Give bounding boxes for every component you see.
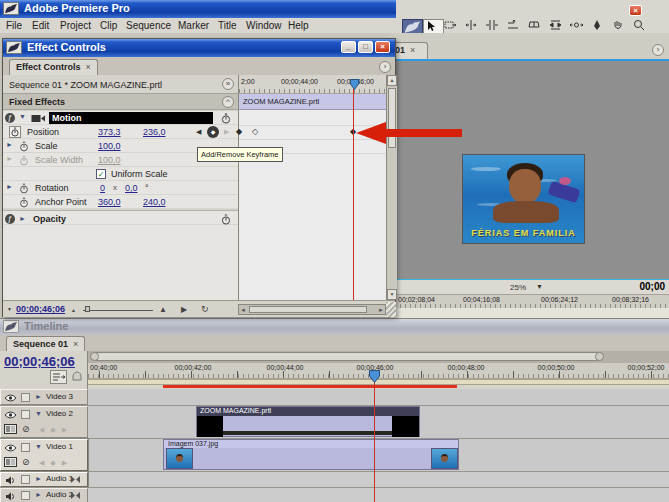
resize-grip[interactable] [386,302,396,317]
expand-track-icon[interactable]: ► [35,393,42,400]
set-marker-icon[interactable] [72,371,82,383]
position-y-value[interactable]: 236,0 [143,127,166,137]
rotation-degrees-value[interactable]: 0,0 [125,183,138,193]
stopwatch-icon[interactable] [221,214,231,225]
audio-display-icon[interactable] [71,492,80,499]
monitor-time-ruler[interactable]: 00;02;08;04 00;04;16;08 00;06;24;12 00;0… [390,294,669,308]
tools-close-button[interactable]: × [629,5,642,16]
effect-enabled-icon[interactable]: ƒ [5,214,15,224]
collapse-track-icon[interactable]: ▼ [35,443,42,450]
scroll-down-icon[interactable]: ▼ [387,289,397,300]
menu-sequence[interactable]: Sequence [126,20,171,31]
marker-menu-icon[interactable]: ▼ [7,306,12,312]
zoom-out-icon[interactable]: ▲ [71,307,76,313]
minimize-button[interactable]: _ [341,41,356,53]
keyframe-diamond[interactable]: ◆ [236,127,242,136]
audio-display-icon[interactable] [71,476,80,483]
menu-window[interactable]: Window [246,20,282,31]
timeline-zoom-scrollbar[interactable] [88,351,669,363]
sync-lock-box[interactable] [21,393,30,402]
anchor-y-value[interactable]: 240,0 [143,197,166,207]
sync-lock-box[interactable] [21,491,30,500]
menu-project[interactable]: Project [60,20,91,31]
sync-lock-box[interactable] [21,410,30,419]
menu-edit[interactable]: Edit [32,20,49,31]
expand-property-icon[interactable]: ► [6,141,13,148]
scroll-right-icon[interactable]: ► [378,307,384,313]
zoom-slider[interactable] [83,310,153,311]
track-lane-audio1[interactable] [88,472,669,487]
expand-track-icon[interactable]: ► [35,491,42,498]
show-hide-timeline-view-button[interactable]: » [222,78,234,90]
effect-controls-panel-menu-button[interactable]: › [379,61,391,73]
scroll-up-icon[interactable]: ▲ [387,75,397,86]
timeline-tab[interactable]: Sequence 01× [6,336,85,352]
track-name[interactable]: Video 1 [46,442,73,451]
effect-controls-tab-close-icon[interactable]: × [86,62,91,72]
opacity-label[interactable]: Opacity [33,214,66,224]
toggle-track-audio-icon[interactable] [5,476,15,485]
menu-title[interactable]: Title [218,20,237,31]
toggle-track-output-icon[interactable] [4,444,17,452]
effect-controls-tab[interactable]: Effect Controls× [9,59,98,76]
track-name[interactable]: Video 3 [46,392,73,401]
snap-toggle-button[interactable] [50,370,67,384]
track-name[interactable]: Audio 2 [46,490,73,499]
show-keyframes-icon[interactable]: ⊘ [22,457,30,467]
sync-lock-box[interactable] [21,443,30,452]
timeline-playhead-marker[interactable] [369,370,380,383]
toggle-track-audio-icon[interactable] [5,492,15,501]
collapse-effect-icon[interactable]: ▼ [19,113,26,120]
monitor-zoom-level[interactable]: 25% [510,283,526,292]
sync-lock-box[interactable] [21,475,30,484]
add-remove-keyframe-button[interactable]: ◆ [207,126,219,138]
menu-marker[interactable]: Marker [178,20,209,31]
stopwatch-icon[interactable] [221,113,231,124]
zoom-dropdown-icon[interactable]: ▼ [536,283,543,290]
track-lane-audio2[interactable] [88,488,669,502]
menu-clip[interactable]: Clip [100,20,117,31]
zoom-handle-right[interactable] [595,352,604,361]
close-button[interactable]: × [375,41,390,53]
effect-enabled-icon[interactable]: ƒ [5,113,15,123]
stopwatch-icon[interactable] [19,197,29,208]
set-display-style-icon[interactable] [4,424,17,434]
scroll-thumb[interactable] [249,306,367,313]
position-x-value[interactable]: 373,3 [98,127,121,137]
next-keyframe-icon[interactable]: ▶ [224,128,229,136]
anchor-x-value[interactable]: 360,0 [98,197,121,207]
show-keyframes-icon[interactable]: ⊘ [22,424,30,434]
toggle-animation-stopwatch[interactable] [9,126,21,138]
monitor-panel-menu-button[interactable]: › [652,44,664,56]
uniform-scale-checkbox[interactable]: ✓ [96,169,106,179]
menu-help[interactable]: Help [288,20,309,31]
track-lane-video2[interactable]: ZOOM MAGAZINE.prtl [88,406,669,438]
expand-property-icon[interactable]: ► [6,183,13,190]
zoom-handle-left[interactable] [90,352,99,361]
scroll-left-icon[interactable]: ◄ [240,307,246,313]
clip-imagem-037[interactable]: Imagem 037.jpg [163,439,459,470]
track-name[interactable]: Video 2 [46,409,73,418]
ec-current-timecode[interactable]: 00;00;46;06 [16,304,65,314]
menu-file[interactable]: File [6,20,22,31]
scale-value[interactable]: 100,0 [98,141,121,151]
stopwatch-icon[interactable] [19,141,29,152]
track-lane-video3[interactable] [88,389,669,405]
set-display-style-icon[interactable] [4,457,17,467]
expand-effect-icon[interactable]: ► [19,215,26,222]
play-audio-icon[interactable]: ▶ [181,305,187,314]
keyframe-diamond[interactable]: ◇ [252,127,258,136]
motion-label[interactable]: Motion [49,112,213,124]
toggle-track-output-icon[interactable] [4,411,17,419]
zoom-slider-thumb[interactable] [85,306,90,312]
maximize-button[interactable]: □ [358,41,373,53]
timeline-tab-close-icon[interactable]: × [73,339,78,349]
toggle-track-output-icon[interactable] [4,394,17,402]
ec-playhead-marker[interactable] [350,79,359,90]
zoom-in-icon[interactable]: ▲ [159,305,167,314]
track-name[interactable]: Audio 1 [46,474,73,483]
expand-track-icon[interactable]: ► [35,475,42,482]
clip-zoom-magazine[interactable]: ZOOM MAGAZINE.prtl [196,406,420,437]
monitor-tab-close-icon[interactable]: × [410,45,415,55]
collapse-track-icon[interactable]: ▼ [35,410,42,417]
